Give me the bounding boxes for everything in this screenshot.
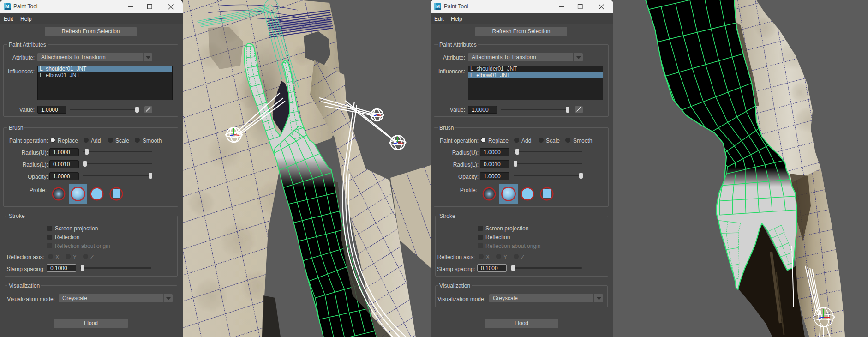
svg-text:M: M: [6, 4, 9, 9]
svg-text:M: M: [436, 4, 440, 9]
